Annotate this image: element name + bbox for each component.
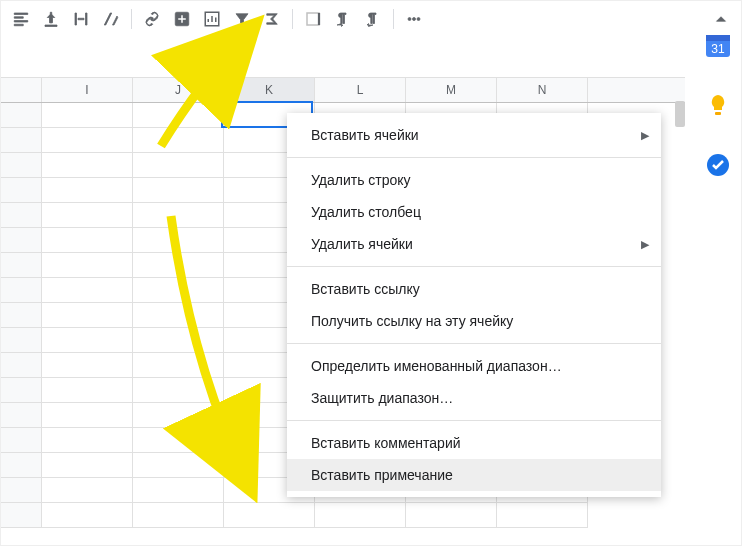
submenu-arrow-icon: ▶ <box>641 238 649 251</box>
menu-item[interactable]: Удалить строку <box>287 164 661 196</box>
align-vertical-icon[interactable] <box>37 5 65 33</box>
separator <box>393 9 394 29</box>
cell[interactable] <box>133 453 224 478</box>
row-header[interactable] <box>1 403 42 428</box>
menu-item[interactable]: Защитить диапазон… <box>287 382 661 414</box>
filter-icon[interactable] <box>228 5 256 33</box>
menu-item[interactable]: Вставить комментарий <box>287 427 661 459</box>
cell[interactable] <box>133 228 224 253</box>
row-header[interactable] <box>1 428 42 453</box>
tasks-icon[interactable] <box>702 149 734 181</box>
svg-point-3 <box>408 18 411 21</box>
menu-item[interactable]: Удалить ячейки▶ <box>287 228 661 260</box>
row-header[interactable] <box>1 103 42 128</box>
cell[interactable] <box>497 503 588 528</box>
row-header[interactable] <box>1 353 42 378</box>
row-header[interactable] <box>1 328 42 353</box>
cell[interactable] <box>133 253 224 278</box>
text-wrap-icon[interactable] <box>67 5 95 33</box>
row-header[interactable] <box>1 178 42 203</box>
row-header[interactable] <box>1 128 42 153</box>
insert-comment-icon[interactable] <box>168 5 196 33</box>
col-header-selected[interactable]: K <box>224 78 315 102</box>
col-header[interactable]: I <box>42 78 133 102</box>
separator <box>131 9 132 29</box>
cell[interactable] <box>42 428 133 453</box>
menu-item[interactable]: Вставить ячейки▶ <box>287 119 661 151</box>
cell[interactable] <box>42 228 133 253</box>
cell[interactable] <box>42 278 133 303</box>
keep-icon[interactable] <box>702 89 734 121</box>
menu-separator <box>287 343 661 344</box>
cell[interactable] <box>42 203 133 228</box>
row-header[interactable] <box>1 228 42 253</box>
cell[interactable] <box>133 428 224 453</box>
cell[interactable] <box>133 128 224 153</box>
row-header[interactable] <box>1 303 42 328</box>
select-all-cell[interactable] <box>1 78 42 102</box>
col-header[interactable]: N <box>497 78 588 102</box>
svg-text:31: 31 <box>711 42 725 56</box>
row[interactable] <box>1 503 685 528</box>
row-header[interactable] <box>1 278 42 303</box>
cell[interactable] <box>42 353 133 378</box>
border-right-icon[interactable] <box>299 5 327 33</box>
cell[interactable] <box>42 503 133 528</box>
cell[interactable] <box>133 403 224 428</box>
menu-item[interactable]: Определить именованный диапазон… <box>287 350 661 382</box>
cell[interactable] <box>224 503 315 528</box>
row-header[interactable] <box>1 503 42 528</box>
cell[interactable] <box>133 378 224 403</box>
submenu-arrow-icon: ▶ <box>641 129 649 142</box>
cell[interactable] <box>42 153 133 178</box>
cell[interactable] <box>133 303 224 328</box>
row-header[interactable] <box>1 203 42 228</box>
svg-point-5 <box>417 18 420 21</box>
menu-item[interactable]: Вставить примечание <box>287 459 661 491</box>
menu-item[interactable]: Получить ссылку на эту ячейку <box>287 305 661 337</box>
row-header[interactable] <box>1 153 42 178</box>
cell[interactable] <box>133 478 224 503</box>
insert-chart-icon[interactable] <box>198 5 226 33</box>
cell[interactable] <box>133 103 224 128</box>
cell[interactable] <box>133 178 224 203</box>
cell[interactable] <box>133 278 224 303</box>
col-header[interactable]: M <box>406 78 497 102</box>
menu-separator <box>287 266 661 267</box>
cell[interactable] <box>42 178 133 203</box>
col-header[interactable]: J <box>133 78 224 102</box>
cell[interactable] <box>133 503 224 528</box>
cell[interactable] <box>42 328 133 353</box>
cell[interactable] <box>406 503 497 528</box>
cell[interactable] <box>315 503 406 528</box>
rtl-icon[interactable] <box>359 5 387 33</box>
cell[interactable] <box>133 353 224 378</box>
cell[interactable] <box>133 328 224 353</box>
svg-rect-7 <box>706 35 730 41</box>
rotate-text-icon[interactable] <box>97 5 125 33</box>
cell[interactable] <box>42 378 133 403</box>
cell[interactable] <box>42 478 133 503</box>
cell[interactable] <box>42 128 133 153</box>
svg-rect-2 <box>307 13 319 25</box>
menu-item[interactable]: Удалить столбец <box>287 196 661 228</box>
more-icon[interactable] <box>400 5 428 33</box>
ltr-icon[interactable] <box>329 5 357 33</box>
cell[interactable] <box>133 203 224 228</box>
row-header[interactable] <box>1 253 42 278</box>
cell[interactable] <box>42 453 133 478</box>
menu-item[interactable]: Вставить ссылку <box>287 273 661 305</box>
cell[interactable] <box>133 153 224 178</box>
row-header[interactable] <box>1 378 42 403</box>
row-header[interactable] <box>1 453 42 478</box>
align-left-icon[interactable] <box>7 5 35 33</box>
cell[interactable] <box>42 103 133 128</box>
functions-icon[interactable] <box>258 5 286 33</box>
cell[interactable] <box>42 253 133 278</box>
col-header[interactable]: L <box>315 78 406 102</box>
calendar-icon[interactable]: 31 <box>702 29 734 61</box>
cell[interactable] <box>42 403 133 428</box>
row-header[interactable] <box>1 478 42 503</box>
cell[interactable] <box>42 303 133 328</box>
link-icon[interactable] <box>138 5 166 33</box>
